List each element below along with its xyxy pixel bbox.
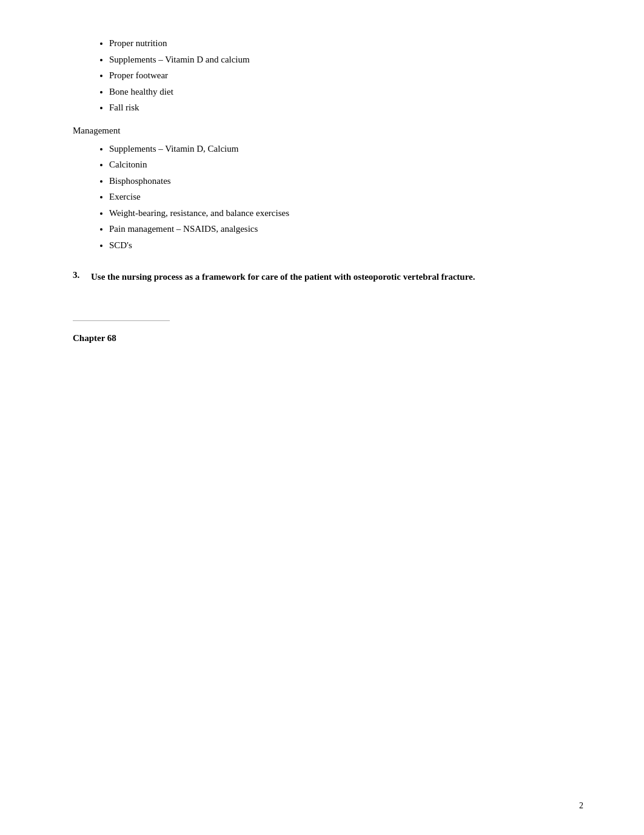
- list-item: Bisphosphonates: [109, 174, 583, 188]
- numbered-item-3: 3. Use the nursing process as a framewor…: [73, 270, 583, 284]
- item-content: Use the nursing process as a framework f…: [91, 270, 475, 284]
- list-item: Proper footwear: [109, 69, 583, 83]
- list-item: Calcitonin: [109, 158, 583, 172]
- list-item: Pain management – NSAIDS, analgesics: [109, 222, 583, 236]
- list-item: Bone healthy diet: [109, 85, 583, 99]
- management-list: Supplements – Vitamin D, Calcium Calcito…: [109, 142, 583, 252]
- divider-line: [73, 320, 170, 321]
- list-item: Proper nutrition: [109, 36, 583, 50]
- list-item: SCD's: [109, 238, 583, 252]
- prevention-list: Proper nutrition Supplements – Vitamin D…: [109, 36, 583, 115]
- management-heading: Management: [73, 126, 583, 136]
- page-number: 2: [579, 801, 583, 811]
- list-item: Supplements – Vitamin D and calcium: [109, 53, 583, 67]
- page-container: Proper nutrition Supplements – Vitamin D…: [0, 0, 644, 835]
- item-number: 3.: [73, 270, 91, 284]
- list-item: Supplements – Vitamin D, Calcium: [109, 142, 583, 156]
- list-item: Fall risk: [109, 101, 583, 115]
- chapter-label: Chapter 68: [73, 333, 583, 343]
- list-item: Exercise: [109, 190, 583, 204]
- list-item: Weight-bearing, resistance, and balance …: [109, 206, 583, 220]
